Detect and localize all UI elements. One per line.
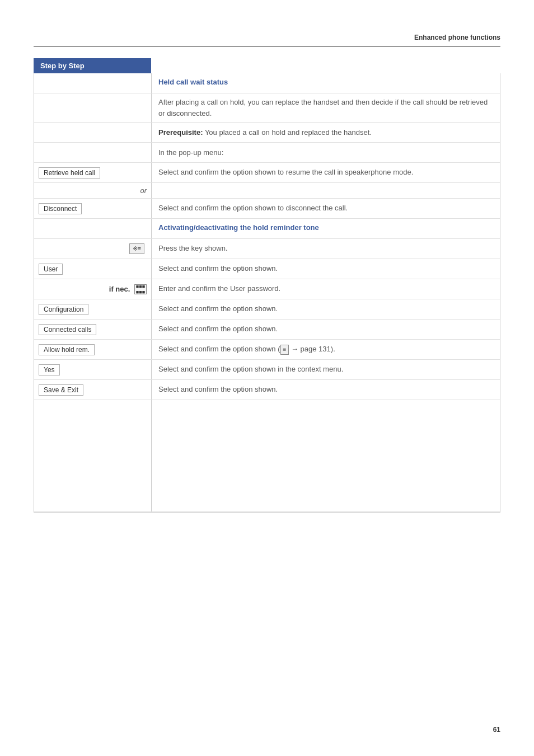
main-table: Held call wait status After placing a ca… [34, 73, 500, 513]
allow-hold-rem-right: Select and confirm the option shown (≡ →… [152, 340, 500, 359]
popup-menu-text: In the pop-up menu: [158, 147, 223, 158]
configuration-box[interactable]: Configuration [39, 304, 88, 315]
or-row: or [34, 183, 500, 199]
page-header: Enhanced phone functions [34, 34, 500, 47]
popup-menu-row: In the pop-up menu: [34, 143, 500, 163]
keypad-icon: ■■■■■■ [134, 284, 147, 294]
prerequisite-left [34, 123, 152, 142]
yes-box[interactable]: Yes [39, 364, 60, 375]
yes-text: Select and confirm the option shown in t… [158, 364, 343, 374]
page-container: Enhanced phone functions Step by Step He… [0, 0, 534, 756]
retrieve-held-call-left: Retrieve held call [34, 163, 152, 182]
if-nec-left: if nec. ■■■■■■ [34, 279, 152, 299]
if-nec-right: Enter and confirm the User password. [152, 279, 500, 299]
if-nec-text: Enter and confirm the User password. [158, 284, 280, 294]
description-text: After placing a call on hold, you can re… [158, 97, 493, 119]
key-icon-right: Press the key shown. [152, 239, 500, 259]
configuration-text: Select and confirm the option shown. [158, 304, 278, 314]
connected-calls-row: Connected calls Select and confirm the o… [34, 320, 500, 340]
connected-calls-right: Select and confirm the option shown. [152, 320, 500, 339]
or-label: or [140, 186, 147, 195]
allow-hold-rem-text: Select and confirm the option shown (≡ →… [158, 344, 335, 355]
configuration-right: Select and confirm the option shown. [152, 299, 500, 319]
prerequisite-right: Prerequisite: You placed a call on hold … [152, 123, 500, 142]
disconnect-right: Select and confirm the option shown to d… [152, 199, 500, 218]
user-left: User [34, 259, 152, 279]
step-by-step-label: Step by Step [40, 62, 85, 70]
allow-hold-rem-row: Allow hold rem. Select and confirm the o… [34, 340, 500, 360]
activating-right: Activating/deactivating the hold reminde… [152, 219, 500, 238]
if-nec-row: if nec. ■■■■■■ Enter and confirm the Use… [34, 279, 500, 299]
key-icon-text: Press the key shown. [158, 243, 228, 253]
empty-bottom-row [34, 400, 500, 512]
retrieve-held-call-box[interactable]: Retrieve held call [39, 167, 100, 179]
inline-page-icon: ≡ [280, 345, 289, 355]
step-by-step-header: Step by Step [34, 58, 151, 73]
yes-row: Yes Select and confirm the option shown … [34, 360, 500, 380]
allow-hold-rem-left: Allow hold rem. [34, 340, 152, 359]
key-icon-left: ※≡ [34, 239, 152, 259]
content-area: Step by Step Held call wait status After… [34, 58, 500, 513]
save-exit-right: Select and confirm the option shown. [152, 380, 500, 400]
disconnect-left: Disconnect [34, 199, 152, 218]
configuration-left: Configuration [34, 299, 152, 319]
retrieve-held-call-row: Retrieve held call Select and confirm th… [34, 163, 500, 183]
activating-left [34, 219, 152, 238]
save-exit-left: Save & Exit [34, 380, 152, 400]
connected-calls-text: Select and confirm the option shown. [158, 324, 278, 334]
section-held-call-heading-row: Held call wait status [34, 73, 500, 93]
held-call-right: Held call wait status [152, 73, 500, 93]
if-nec-label: if nec. [109, 285, 132, 293]
prerequisite-text: Prerequisite: You placed a call on hold … [158, 127, 372, 138]
user-row: User Select and confirm the option shown… [34, 259, 500, 279]
yes-right: Select and confirm the option shown in t… [152, 360, 500, 379]
header-title: Enhanced phone functions [414, 34, 500, 41]
user-right: Select and confirm the option shown. [152, 259, 500, 279]
save-exit-box[interactable]: Save & Exit [39, 384, 83, 396]
held-call-left [34, 73, 152, 93]
key-icon-row: ※≡ Press the key shown. [34, 239, 500, 259]
or-left: or [34, 183, 152, 198]
retrieve-held-call-right: Select and confirm the option shown to r… [152, 163, 500, 182]
menu-key-icon: ※≡ [129, 243, 144, 254]
held-call-heading: Held call wait status [158, 77, 228, 87]
description-row: After placing a call on hold, you can re… [34, 93, 500, 123]
disconnect-row: Disconnect Select and confirm the option… [34, 199, 500, 219]
description-right: After placing a call on hold, you can re… [152, 93, 500, 122]
popup-menu-right: In the pop-up menu: [152, 143, 500, 162]
retrieve-held-call-text: Select and confirm the option shown to r… [158, 167, 413, 177]
empty-bottom-right [152, 400, 500, 511]
activating-heading: Activating/deactivating the hold reminde… [158, 223, 319, 233]
disconnect-box[interactable]: Disconnect [39, 203, 82, 214]
activating-heading-row: Activating/deactivating the hold reminde… [34, 219, 500, 239]
popup-menu-left [34, 143, 152, 162]
save-exit-row: Save & Exit Select and confirm the optio… [34, 380, 500, 400]
yes-left: Yes [34, 360, 152, 379]
connected-calls-box[interactable]: Connected calls [39, 324, 96, 335]
connected-calls-left: Connected calls [34, 320, 152, 339]
user-box[interactable]: User [39, 264, 63, 275]
user-text: Select and confirm the option shown. [158, 264, 278, 274]
empty-bottom-left [34, 400, 152, 511]
configuration-row: Configuration Select and confirm the opt… [34, 299, 500, 320]
allow-hold-rem-box[interactable]: Allow hold rem. [39, 344, 95, 355]
prerequisite-row: Prerequisite: You placed a call on hold … [34, 123, 500, 143]
disconnect-text: Select and confirm the option shown to d… [158, 203, 348, 213]
page-number: 61 [493, 726, 500, 734]
description-left [34, 93, 152, 122]
save-exit-text: Select and confirm the option shown. [158, 384, 278, 395]
or-right [152, 183, 500, 198]
